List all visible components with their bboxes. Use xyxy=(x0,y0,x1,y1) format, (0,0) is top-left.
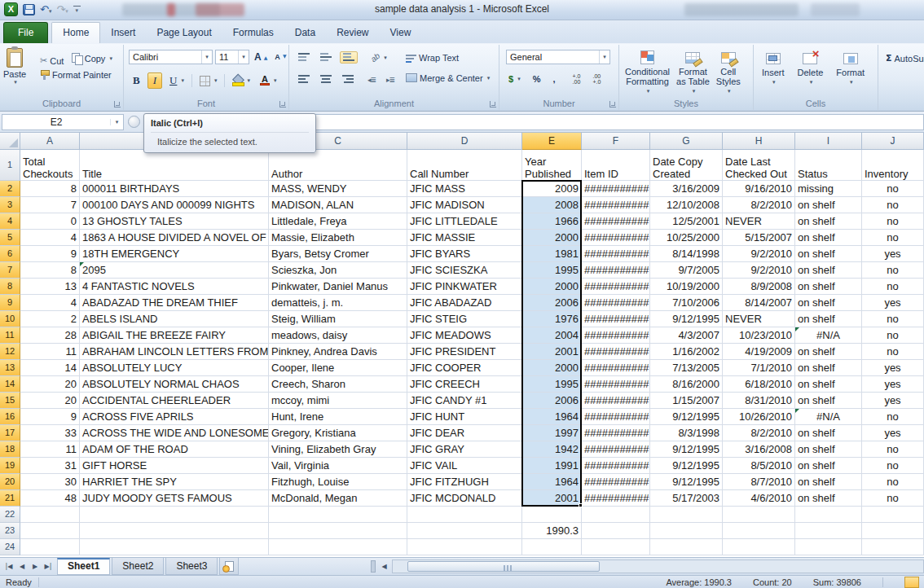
col-header-D[interactable]: D xyxy=(407,133,522,150)
cell-C4[interactable]: Littledale, Freya xyxy=(269,213,407,230)
cell-J6[interactable]: yes xyxy=(862,246,924,262)
row-header-13[interactable]: 13 xyxy=(0,360,20,376)
cell-F2[interactable]: ########### xyxy=(582,181,650,197)
col-header-H[interactable]: H xyxy=(723,133,795,150)
cell-G6[interactable]: 8/14/1998 xyxy=(650,246,723,262)
increase-indent-button[interactable]: ▸≣ xyxy=(384,75,397,85)
cell-D19[interactable]: JFIC VAIL xyxy=(407,458,522,474)
sheet-tab-sheet2[interactable]: Sheet2 xyxy=(112,558,164,575)
cell-C19[interactable]: Vail, Virginia xyxy=(269,458,407,474)
format-painter-button[interactable]: Format Painter xyxy=(37,69,114,81)
increase-decimal-button[interactable]: +.0.00 xyxy=(570,72,583,86)
cell-C1[interactable]: Author xyxy=(269,150,407,181)
cell-B4[interactable]: 13 GHOSTLY TALES xyxy=(80,213,269,230)
cell-D15[interactable]: JFIC CANDY #1 xyxy=(407,393,522,409)
col-header-I[interactable]: I xyxy=(795,133,862,150)
cell-G18[interactable]: 9/12/1995 xyxy=(650,441,723,458)
row-header-6[interactable]: 6 xyxy=(0,246,20,262)
format-cells-button[interactable]: Format▾ xyxy=(833,51,868,89)
cell-I18[interactable]: on shelf xyxy=(795,441,862,458)
number-format-combo[interactable]: General▾ xyxy=(506,50,610,64)
paste-button[interactable]: Paste ▾ xyxy=(3,48,26,86)
row-header-15[interactable]: 15 xyxy=(0,393,20,409)
cell-B23[interactable] xyxy=(80,523,269,539)
col-header-A[interactable]: A xyxy=(20,133,80,150)
cell-D1[interactable]: Call Number xyxy=(407,150,522,181)
decrease-indent-button[interactable]: ◂≣ xyxy=(365,75,378,85)
align-bottom-button[interactable] xyxy=(340,51,358,64)
cell-B13[interactable]: ABSOLUTELY LUCY xyxy=(80,360,269,376)
cell-A7[interactable]: 8 xyxy=(20,262,80,279)
cell-G7[interactable]: 9/7/2005 xyxy=(650,262,723,279)
cell-B19[interactable]: GIFT HORSE xyxy=(80,458,269,474)
insert-worksheet-button[interactable] xyxy=(219,558,239,575)
cell-I23[interactable] xyxy=(795,523,862,539)
row-header-22[interactable]: 22 xyxy=(0,507,20,523)
cell-I24[interactable] xyxy=(795,539,862,555)
row-header-21[interactable]: 21 xyxy=(0,490,20,507)
cell-H10[interactable]: NEVER xyxy=(723,311,795,327)
horizontal-scrollbar[interactable] xyxy=(392,559,924,573)
cell-B1[interactable]: Title xyxy=(80,150,269,181)
cell-G22[interactable] xyxy=(650,507,723,523)
row-header-8[interactable]: 8 xyxy=(0,279,20,295)
cell-B22[interactable] xyxy=(80,507,269,523)
font-size-combo[interactable]: 11▾ xyxy=(215,50,249,64)
cell-A11[interactable]: 28 xyxy=(20,327,80,344)
cell-F5[interactable]: ########### xyxy=(582,230,650,246)
cell-F4[interactable]: ########### xyxy=(582,213,650,230)
row-header-5[interactable]: 5 xyxy=(0,230,20,246)
cell-D7[interactable]: JFIC SCIESZKA xyxy=(407,262,522,279)
row-header-7[interactable]: 7 xyxy=(0,262,20,279)
cell-E1[interactable]: Year Published xyxy=(522,150,582,181)
cell-H5[interactable]: 5/15/2007 xyxy=(723,230,795,246)
cell-E21[interactable]: 2001 xyxy=(522,490,582,507)
cell-G24[interactable] xyxy=(650,539,723,555)
cell-B5[interactable]: 1863 A HOUSE DIVIDED A NOVEL OF T xyxy=(80,230,269,246)
cell-F11[interactable]: ########### xyxy=(582,327,650,344)
cell-A2[interactable]: 8 xyxy=(20,181,80,197)
copy-button[interactable]: Copy▾ xyxy=(69,52,115,64)
col-header-J[interactable]: J xyxy=(862,133,924,150)
cell-A21[interactable]: 48 xyxy=(20,490,80,507)
cell-F15[interactable]: ########### xyxy=(582,393,650,409)
cell-D22[interactable] xyxy=(407,507,522,523)
cell-C17[interactable]: Gregory, Kristiana xyxy=(269,425,407,441)
alignment-dialog-launcher[interactable] xyxy=(490,101,496,108)
cell-F12[interactable]: ########### xyxy=(582,344,650,360)
cell-J24[interactable] xyxy=(862,539,924,555)
cell-F13[interactable]: ########### xyxy=(582,360,650,376)
cell-E4[interactable]: 1966 xyxy=(522,213,582,230)
cell-E16[interactable]: 1964 xyxy=(522,409,582,425)
cell-I7[interactable]: on shelf xyxy=(795,262,862,279)
cell-E20[interactable]: 1964 xyxy=(522,474,582,490)
cell-D3[interactable]: JFIC MADISON xyxy=(407,197,522,213)
cell-I1[interactable]: Status xyxy=(795,150,862,181)
cell-A10[interactable]: 2 xyxy=(20,311,80,327)
cell-C6[interactable]: Byars, Betsy Cromer xyxy=(269,246,407,262)
cell-J3[interactable]: no xyxy=(862,197,924,213)
cell-H14[interactable]: 6/18/2010 xyxy=(723,376,795,393)
cell-C9[interactable]: dematteis, j. m. xyxy=(269,295,407,311)
format-as-table-button[interactable]: Format as Table▾ xyxy=(673,49,713,98)
cell-J19[interactable]: no xyxy=(862,458,924,474)
row-header-20[interactable]: 20 xyxy=(0,474,20,490)
cell-J18[interactable]: no xyxy=(862,441,924,458)
col-header-G[interactable]: G xyxy=(650,133,723,150)
autosum-button[interactable]: ΣAutoSum xyxy=(883,52,924,64)
cell-C18[interactable]: Vining, Elizabeth Gray xyxy=(269,441,407,458)
cell-E23[interactable]: 1990.3 xyxy=(522,523,582,539)
cell-F17[interactable]: ########### xyxy=(582,425,650,441)
borders-button[interactable]: ▾ xyxy=(197,75,220,87)
comma-format-button[interactable]: , xyxy=(550,73,557,85)
cell-E7[interactable]: 1995 xyxy=(522,262,582,279)
prev-sheet-button[interactable]: ◀ xyxy=(16,561,28,573)
formula-bar-handle[interactable] xyxy=(128,116,140,128)
row-header-2[interactable]: 2 xyxy=(0,181,20,197)
cell-D16[interactable]: JFIC HUNT xyxy=(407,409,522,425)
cell-C2[interactable]: MASS, WENDY xyxy=(269,181,407,197)
cell-C20[interactable]: Fitzhugh, Louise xyxy=(269,474,407,490)
cell-D24[interactable] xyxy=(407,539,522,555)
cell-D12[interactable]: JFIC PRESIDENT xyxy=(407,344,522,360)
cell-A13[interactable]: 14 xyxy=(20,360,80,376)
